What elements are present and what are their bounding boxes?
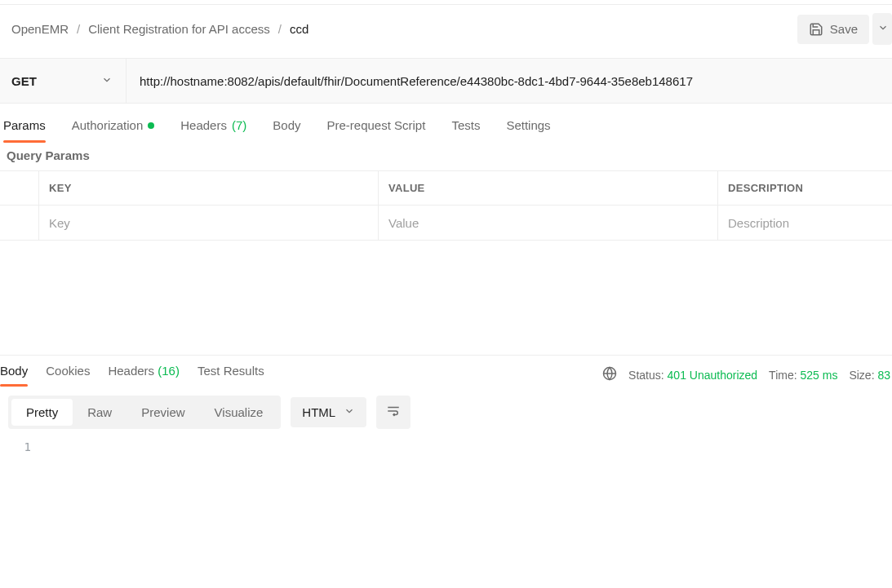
view-visualize[interactable]: Visualize	[200, 399, 278, 426]
column-key: KEY	[39, 171, 379, 205]
response-tabs: Body Cookies Headers (16) Test Results	[0, 364, 264, 386]
chevron-down-icon	[877, 22, 889, 33]
breadcrumb-item[interactable]: Client Registration for API access	[88, 22, 270, 36]
breadcrumb: OpenEMR / Client Registration for API ac…	[11, 22, 308, 36]
save-icon	[809, 22, 823, 37]
size-label: Size:	[849, 369, 874, 382]
tab-body[interactable]: Body	[273, 118, 300, 142]
view-raw[interactable]: Raw	[73, 399, 126, 426]
line-number: 1	[0, 440, 39, 453]
response-status: Status: 401 Unauthorized Time: 525 ms Si…	[602, 366, 892, 383]
method-select[interactable]: GET	[0, 59, 126, 103]
save-button-label: Save	[830, 22, 858, 36]
tab-settings[interactable]: Settings	[506, 118, 550, 142]
param-value-input[interactable]	[388, 216, 708, 230]
view-preview[interactable]: Preview	[126, 399, 199, 426]
tab-params[interactable]: Params	[3, 118, 46, 142]
resp-tab-test-results[interactable]: Test Results	[197, 364, 264, 386]
param-key-input[interactable]	[49, 216, 368, 230]
status-value: 401 Unauthorized	[668, 369, 758, 382]
param-description-input[interactable]	[728, 216, 882, 230]
size-value: 83	[877, 369, 890, 382]
format-select[interactable]: HTML	[291, 397, 366, 427]
resp-tab-cookies[interactable]: Cookies	[46, 364, 90, 386]
save-button[interactable]: Save	[797, 15, 869, 44]
tab-tests[interactable]: Tests	[451, 118, 480, 142]
save-options-button[interactable]	[872, 13, 892, 45]
tab-headers[interactable]: Headers (7)	[180, 118, 246, 142]
resp-tab-headers[interactable]: Headers (16)	[108, 364, 180, 386]
wrap-icon	[386, 404, 401, 418]
breadcrumb-separator: /	[278, 22, 282, 36]
tab-authorization[interactable]: Authorization	[72, 118, 155, 142]
table-header-row: KEY VALUE DESCRIPTION	[0, 171, 892, 206]
breadcrumb-item[interactable]: OpenEMR	[11, 22, 69, 36]
tab-prerequest[interactable]: Pre-request Script	[327, 118, 426, 142]
header: OpenEMR / Client Registration for API ac…	[0, 5, 892, 53]
query-params-table: KEY VALUE DESCRIPTION	[0, 170, 892, 241]
time-label: Time:	[769, 369, 797, 382]
url-input[interactable]	[126, 59, 892, 103]
breadcrumb-item-current: ccd	[290, 22, 308, 36]
time-value: 525 ms	[800, 369, 837, 382]
chevron-down-icon	[101, 74, 113, 88]
view-mode-segmented: Pretty Raw Preview Visualize	[8, 396, 281, 429]
status-label: Status:	[628, 369, 664, 382]
table-row	[0, 206, 892, 240]
request-row: GET	[0, 58, 892, 104]
breadcrumb-separator: /	[77, 22, 80, 36]
request-tabs: Params Authorization Headers (7) Body Pr…	[0, 104, 892, 142]
view-pretty[interactable]: Pretty	[11, 399, 73, 426]
method-label: GET	[11, 74, 37, 88]
chevron-down-icon	[344, 405, 355, 419]
query-params-title: Query Params	[0, 142, 892, 170]
resp-tab-body[interactable]: Body	[0, 364, 28, 386]
globe-icon[interactable]	[602, 366, 617, 383]
response-body: 1	[0, 429, 892, 453]
view-controls: Pretty Raw Preview Visualize HTML	[0, 386, 892, 429]
column-description: DESCRIPTION	[718, 171, 892, 205]
wrap-lines-button[interactable]	[376, 396, 410, 429]
format-label: HTML	[302, 405, 335, 419]
column-value: VALUE	[379, 171, 718, 205]
auth-indicator-icon	[148, 122, 154, 129]
response-bar: Body Cookies Headers (16) Test Results S…	[0, 355, 892, 386]
